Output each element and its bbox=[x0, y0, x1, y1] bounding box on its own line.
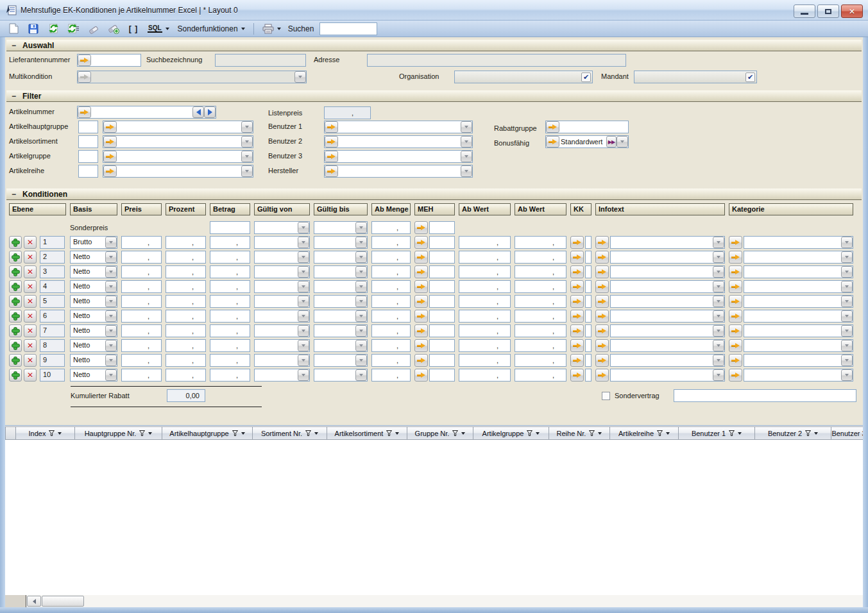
insert-row-button-6[interactable] bbox=[9, 310, 22, 323]
clear-button[interactable] bbox=[87, 22, 101, 36]
chevron-down-icon[interactable] bbox=[841, 355, 853, 366]
gueltig-von-combo-5[interactable] bbox=[254, 295, 310, 308]
chevron-down-icon[interactable] bbox=[713, 355, 724, 366]
infotext-combo-10[interactable] bbox=[610, 369, 725, 382]
prozent-input-5[interactable]: , bbox=[166, 295, 206, 308]
kategorie-lookup-button-2[interactable] bbox=[729, 251, 742, 264]
delete-row-button-1[interactable]: ✕ bbox=[24, 236, 37, 249]
kk-input-9[interactable] bbox=[585, 354, 591, 367]
chevron-down-icon[interactable] bbox=[713, 340, 724, 351]
brackets-button[interactable]: [ ] bbox=[126, 22, 140, 36]
infotext-lookup-button-3[interactable] bbox=[595, 265, 609, 278]
ab-wert-input-10[interactable]: , bbox=[459, 369, 511, 382]
prozent-input-6[interactable]: , bbox=[166, 310, 206, 323]
kk-input-6[interactable] bbox=[585, 310, 591, 323]
basis-combo-7[interactable]: Netto bbox=[70, 324, 117, 337]
ab-wert2-input-5[interactable]: , bbox=[515, 295, 566, 308]
gueltig-bis-combo-8[interactable] bbox=[314, 339, 368, 352]
kk-input-7[interactable] bbox=[585, 324, 591, 337]
chevron-down-icon[interactable] bbox=[355, 296, 367, 307]
chevron-down-icon[interactable] bbox=[461, 432, 465, 435]
ab-menge-input-1[interactable]: , bbox=[371, 236, 411, 249]
row-number-field-4[interactable]: 4 bbox=[40, 280, 65, 293]
rabattgruppe-input[interactable] bbox=[559, 121, 628, 133]
chevron-down-icon[interactable] bbox=[241, 165, 253, 177]
sonderfunktionen-button[interactable]: Sonderfunktionen bbox=[176, 22, 246, 36]
chevron-down-icon[interactable] bbox=[355, 281, 367, 292]
benutzer2-lookup-button[interactable] bbox=[325, 136, 338, 147]
kk-input-3[interactable] bbox=[585, 265, 591, 278]
infotext-lookup-button-9[interactable] bbox=[595, 354, 609, 367]
ab-wert-input-8[interactable]: , bbox=[459, 339, 511, 352]
filter-funnel-icon[interactable] bbox=[386, 430, 392, 437]
clear-add-button[interactable] bbox=[106, 22, 121, 36]
kk-input-1[interactable] bbox=[585, 236, 591, 249]
kategorie-combo-10[interactable] bbox=[744, 369, 853, 382]
meh-input-10[interactable] bbox=[429, 369, 455, 382]
betrag-input-1[interactable]: , bbox=[210, 236, 250, 249]
rabattgruppe-lookup-button[interactable] bbox=[546, 121, 559, 133]
collapse-toggle-auswahl[interactable]: − bbox=[12, 42, 16, 49]
filter-funnel-icon[interactable] bbox=[452, 430, 458, 437]
gueltig-von-combo-1[interactable] bbox=[254, 236, 310, 249]
prozent-input-10[interactable]: , bbox=[166, 369, 206, 382]
search-input[interactable] bbox=[319, 22, 377, 35]
kk-input-2[interactable] bbox=[585, 251, 591, 264]
kk-lookup-button-10[interactable] bbox=[570, 369, 584, 382]
betrag-input-7[interactable]: , bbox=[210, 324, 250, 337]
infotext-combo-8[interactable] bbox=[610, 339, 725, 352]
sonderpreis-ab-menge-input[interactable]: , bbox=[371, 221, 411, 234]
preis-input-3[interactable]: , bbox=[121, 265, 162, 278]
ab-wert2-input-3[interactable]: , bbox=[515, 265, 566, 278]
ab-wert2-input-10[interactable]: , bbox=[515, 369, 566, 382]
chevron-down-icon[interactable] bbox=[355, 237, 367, 248]
meh-lookup-button-4[interactable] bbox=[414, 280, 428, 293]
chevron-down-icon[interactable] bbox=[105, 340, 117, 351]
kk-lookup-button-2[interactable] bbox=[570, 251, 584, 264]
filter-funnel-icon[interactable] bbox=[657, 430, 663, 437]
preis-input-7[interactable]: , bbox=[121, 324, 162, 337]
artikelgruppe-lookup-button[interactable] bbox=[103, 151, 117, 162]
kk-lookup-button-4[interactable] bbox=[570, 280, 584, 293]
chevron-down-icon[interactable] bbox=[298, 325, 309, 337]
gueltig-bis-combo-5[interactable] bbox=[314, 295, 368, 308]
row-number-field-5[interactable]: 5 bbox=[40, 295, 65, 308]
chevron-down-icon[interactable] bbox=[355, 340, 367, 351]
infotext-combo-3[interactable] bbox=[610, 265, 725, 278]
chevron-down-icon[interactable] bbox=[355, 369, 367, 381]
gueltig-von-combo-9[interactable] bbox=[254, 354, 310, 367]
artikelreihe-lookup-button[interactable] bbox=[103, 165, 117, 177]
infotext-lookup-button-1[interactable] bbox=[595, 236, 609, 249]
row-number-field-1[interactable]: 1 bbox=[40, 236, 65, 249]
gueltig-bis-combo-9[interactable] bbox=[314, 354, 368, 367]
infotext-combo-4[interactable] bbox=[610, 280, 725, 293]
delete-row-button-3[interactable]: ✕ bbox=[24, 265, 37, 278]
kategorie-lookup-button-6[interactable] bbox=[729, 310, 742, 323]
ab-wert2-input-6[interactable]: , bbox=[515, 310, 566, 323]
ab-menge-input-8[interactable]: , bbox=[371, 339, 411, 352]
chevron-down-icon[interactable] bbox=[713, 310, 724, 322]
filter-funnel-icon[interactable] bbox=[729, 430, 735, 437]
gueltig-bis-combo-10[interactable] bbox=[314, 369, 368, 382]
chevron-down-icon[interactable] bbox=[713, 266, 724, 278]
filter-funnel-icon[interactable] bbox=[589, 430, 595, 437]
meh-input-9[interactable] bbox=[429, 354, 455, 367]
sonderpreis-gueltig-von-combo[interactable] bbox=[254, 221, 310, 234]
organisation-checkbox[interactable]: ✔ bbox=[581, 72, 591, 82]
benutzer2-combo[interactable] bbox=[324, 135, 473, 148]
infotext-combo-1[interactable] bbox=[610, 236, 725, 249]
listenpreis-field[interactable]: , bbox=[324, 106, 371, 119]
kk-lookup-button-5[interactable] bbox=[570, 295, 584, 308]
artikelsortiment-combo[interactable] bbox=[103, 135, 253, 148]
chevron-down-icon[interactable] bbox=[713, 251, 724, 263]
infotext-combo-5[interactable] bbox=[610, 295, 725, 308]
row-number-field-2[interactable]: 2 bbox=[40, 251, 65, 264]
row-number-field-10[interactable]: 10 bbox=[40, 369, 65, 382]
row-number-field-7[interactable]: 7 bbox=[40, 324, 65, 337]
kategorie-lookup-button-10[interactable] bbox=[729, 369, 742, 382]
infotext-combo-6[interactable] bbox=[610, 310, 725, 323]
meh-input-7[interactable] bbox=[429, 324, 455, 337]
basis-combo-10[interactable]: Netto bbox=[70, 369, 117, 382]
chevron-down-icon[interactable] bbox=[298, 281, 309, 292]
artikelgruppe-nr-input[interactable] bbox=[78, 150, 98, 163]
